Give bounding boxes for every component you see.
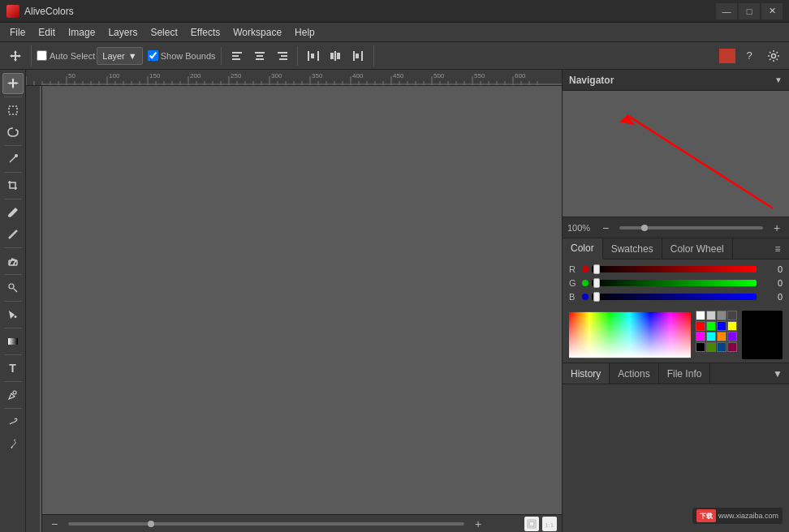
- align-center-button[interactable]: [249, 45, 270, 66]
- color-spectrum-gradient[interactable]: [569, 311, 691, 359]
- spectrum-svg: [569, 311, 691, 359]
- tab-swatches[interactable]: Swatches: [603, 238, 662, 259]
- tab-file-info[interactable]: File Info: [659, 363, 711, 384]
- lasso-tool[interactable]: [2, 122, 24, 143]
- b-slider[interactable]: [592, 294, 757, 300]
- menu-file[interactable]: File: [3, 25, 32, 40]
- swatch-yellow[interactable]: [727, 321, 737, 331]
- svg-text:550: 550: [474, 72, 485, 79]
- swatch-orange[interactable]: [717, 332, 726, 341]
- svg-rect-7: [281, 55, 287, 57]
- swatch-gray[interactable]: [717, 311, 726, 320]
- svg-point-25: [13, 391, 16, 394]
- title-bar: AliveColors — □ ✕: [0, 0, 789, 23]
- g-value[interactable]: 0: [760, 278, 783, 288]
- move-tool-button[interactable]: [5, 45, 26, 66]
- navigator-chevron[interactable]: ▼: [774, 75, 783, 84]
- brush-tool[interactable]: [2, 202, 24, 223]
- menu-edit[interactable]: Edit: [32, 25, 62, 40]
- swatch-purple[interactable]: [727, 332, 737, 341]
- menu-layers[interactable]: Layers: [101, 25, 144, 40]
- svg-text:1:1: 1:1: [545, 521, 554, 529]
- swatch-brown[interactable]: [727, 342, 737, 352]
- text-tool[interactable]: T: [2, 358, 24, 379]
- color-indicator[interactable]: [719, 49, 735, 63]
- zoom-out-button[interactable]: −: [47, 517, 62, 531]
- gradient-tool[interactable]: [2, 331, 24, 352]
- fill-tool[interactable]: [2, 304, 24, 325]
- dist-right-button[interactable]: [347, 45, 369, 66]
- dist-left-button[interactable]: [302, 45, 323, 66]
- g-slider[interactable]: [592, 280, 757, 286]
- auto-select-label[interactable]: Auto Select: [37, 50, 95, 61]
- lt-sep-2: [4, 145, 22, 146]
- nav-zoom-in[interactable]: +: [770, 221, 784, 235]
- svg-rect-16: [361, 51, 363, 61]
- nav-zoom-out[interactable]: −: [598, 221, 613, 235]
- align-right-button[interactable]: [272, 45, 293, 66]
- r-slider[interactable]: [592, 266, 757, 272]
- pencil-tool[interactable]: [2, 224, 24, 245]
- auto-select-checkbox[interactable]: [37, 50, 47, 61]
- menu-image[interactable]: Image: [62, 25, 101, 40]
- help-button[interactable]: ?: [739, 45, 760, 66]
- marquee-tool[interactable]: [2, 100, 24, 121]
- clone-tool[interactable]: [2, 277, 24, 298]
- swatch-white[interactable]: [696, 311, 705, 320]
- menu-help[interactable]: Help: [288, 25, 321, 40]
- align-left-button[interactable]: [226, 45, 248, 66]
- layer-dropdown[interactable]: Layer ▼: [97, 47, 142, 65]
- menu-effects[interactable]: Effects: [184, 25, 226, 40]
- tab-color-wheel[interactable]: Color Wheel: [662, 238, 733, 259]
- color-panel: Color Swatches Color Wheel ≡ R 0: [563, 238, 789, 363]
- tab-color[interactable]: Color: [563, 238, 603, 260]
- eraser-tool[interactable]: [2, 251, 24, 272]
- swatch-dgray[interactable]: [727, 311, 737, 320]
- swatch-blue[interactable]: [717, 321, 726, 331]
- swatch-darkgreen[interactable]: [706, 342, 716, 352]
- color-panel-menu[interactable]: ≡: [766, 238, 789, 259]
- swatch-lgray[interactable]: [706, 311, 716, 320]
- r-value[interactable]: 0: [760, 264, 783, 274]
- zoom-thumb: [148, 521, 154, 527]
- settings-button[interactable]: [763, 45, 784, 66]
- svg-text:300: 300: [271, 72, 282, 79]
- zoom-track[interactable]: [68, 522, 464, 526]
- tab-history[interactable]: History: [563, 363, 610, 384]
- pen-tool[interactable]: [2, 384, 24, 405]
- tab-actions[interactable]: Actions: [610, 363, 658, 384]
- smudge-tool[interactable]: [2, 411, 24, 432]
- swatch-green[interactable]: [706, 321, 716, 331]
- menu-workspace[interactable]: Workspace: [226, 25, 288, 40]
- zoom-in-button[interactable]: +: [471, 517, 485, 531]
- swatch-cyan[interactable]: [706, 332, 716, 341]
- maximize-button[interactable]: □: [739, 3, 760, 19]
- show-bounds-checkbox[interactable]: [148, 50, 158, 61]
- swatch-red[interactable]: [696, 321, 705, 331]
- magic-wand-tool[interactable]: [2, 148, 24, 169]
- minimize-button[interactable]: —: [716, 3, 737, 19]
- history-chevron[interactable]: ▼: [766, 363, 789, 384]
- swatch-darkcyan[interactable]: [717, 342, 726, 352]
- swatch-black[interactable]: [696, 342, 705, 352]
- svg-rect-24: [8, 338, 18, 345]
- nav-zoom-track[interactable]: [619, 226, 763, 230]
- show-bounds-label[interactable]: Show Bounds: [148, 50, 216, 61]
- app-title: AliveColors: [24, 6, 716, 17]
- select-move-tool[interactable]: [2, 73, 24, 94]
- crop-tool[interactable]: [2, 175, 24, 196]
- layer-dropdown-text: Layer: [102, 51, 125, 61]
- menu-select[interactable]: Select: [144, 25, 183, 40]
- actual-size-button[interactable]: 1:1: [542, 517, 557, 531]
- swatch-magenta[interactable]: [696, 332, 705, 341]
- black-swatch-large[interactable]: [742, 311, 783, 359]
- dist-center-button[interactable]: [325, 45, 346, 66]
- eyedropper-tool[interactable]: [2, 433, 24, 454]
- b-value[interactable]: 0: [760, 292, 783, 302]
- fit-window-button[interactable]: [524, 517, 539, 531]
- canvas-inner[interactable]: [42, 86, 562, 514]
- close-button[interactable]: ✕: [761, 3, 783, 19]
- lt-sep-5: [4, 247, 22, 248]
- color-sliders: R 0 G 0 B: [563, 260, 789, 311]
- navigator-preview[interactable]: [563, 91, 789, 217]
